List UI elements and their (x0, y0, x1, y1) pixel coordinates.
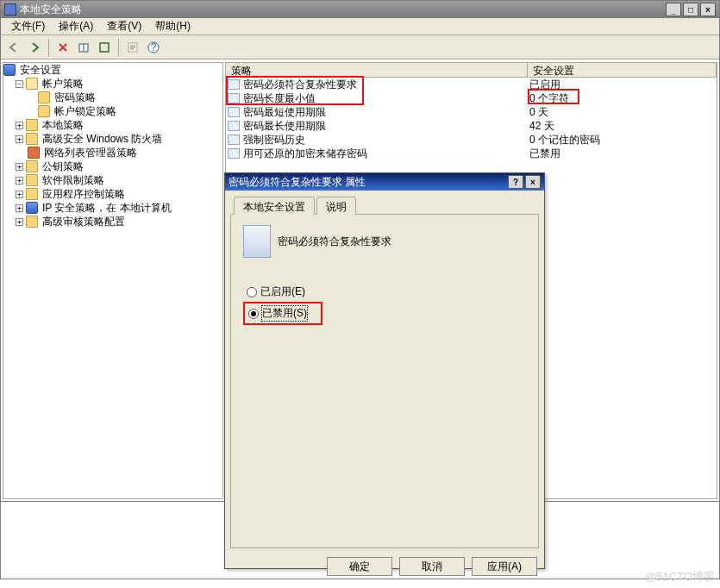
refresh-icon[interactable] (95, 38, 114, 57)
list-header[interactable]: 策略 安全设置 (226, 63, 717, 78)
policy-value: 已启用 (529, 78, 560, 91)
tree-item-local-policies[interactable]: + 本地策略 (3, 118, 222, 132)
folder-icon (26, 133, 38, 145)
tree-item-account-policies[interactable]: - 帐户策略 (3, 77, 222, 91)
dialog-title: 密码必须符合复杂性要求 属性 (229, 175, 366, 190)
menu-view[interactable]: 查看(V) (100, 17, 148, 35)
dialog-header-text: 密码必须符合复杂性要求 (278, 235, 391, 249)
radio-icon (247, 287, 257, 297)
list-row[interactable]: 密码必须符合复杂性要求已启用 (226, 78, 717, 91)
radio-enabled[interactable]: 已启用(E) (243, 282, 526, 302)
svg-text:?: ? (151, 41, 157, 53)
tree-item-ip-security[interactable]: + IP 安全策略，在 本地计算机 (3, 201, 222, 215)
menu-help[interactable]: 帮助(H) (148, 17, 197, 35)
help-icon[interactable]: ? (144, 38, 163, 57)
radio-disabled[interactable]: 已禁用(S) (243, 302, 322, 325)
delete-icon[interactable] (53, 38, 72, 57)
radio-icon (248, 309, 259, 319)
folder-icon (26, 160, 38, 172)
folder-icon (38, 105, 50, 117)
policy-name: 密码最长使用期限 (243, 119, 326, 134)
policy-item-icon (228, 121, 240, 131)
expand-icon[interactable]: + (16, 122, 23, 129)
folder-icon (38, 91, 50, 103)
policy-name: 密码长度最小值 (243, 91, 316, 106)
dialog-titlebar[interactable]: 密码必须符合复杂性要求 属性 ? × (225, 173, 544, 191)
security-settings-icon (3, 64, 16, 76)
list-body: 密码必须符合复杂性要求已启用密码长度最小值0 个字符密码最短使用期限0 天密码最… (226, 78, 717, 160)
menu-action[interactable]: 操作(A) (52, 17, 100, 35)
policy-name: 密码必须符合复杂性要求 (243, 78, 357, 92)
watermark: @51CTO博客 (645, 569, 715, 585)
list-row[interactable]: 密码长度最小值0 个字符 (226, 91, 717, 105)
tab-local-security-setting[interactable]: 本地安全设置 (234, 197, 315, 215)
tree-item-password-policy[interactable]: 密码策略 (3, 91, 222, 104)
expand-icon[interactable]: + (16, 191, 23, 198)
back-icon[interactable] (4, 38, 23, 57)
collapse-icon[interactable]: - (16, 80, 23, 88)
close-button[interactable]: × (700, 3, 716, 16)
tree-item-advanced-audit[interactable]: + 高级审核策略配置 (3, 215, 222, 228)
tab-description[interactable]: 说明 (316, 197, 356, 215)
tree-item-public-key-policies[interactable]: + 公钥策略 (3, 160, 222, 173)
tree-pane[interactable]: 安全设置 - 帐户策略 密码策略 帐户锁定策略 (3, 62, 223, 499)
network-policy-icon (28, 147, 40, 159)
policy-value: 0 个记住的密码 (529, 134, 600, 146)
policy-name: 强制密码历史 (243, 133, 305, 147)
dialog-tabs: 本地安全设置 说明 (230, 196, 539, 214)
policy-name: 用可还原的加密来储存密码 (243, 147, 367, 161)
tree-item-app-control[interactable]: + 应用程序控制策略 (3, 187, 222, 201)
window-title: 本地安全策略 (20, 3, 82, 17)
apply-button[interactable]: 应用(A) (472, 557, 537, 576)
dialog-help-button[interactable]: ? (508, 175, 523, 189)
tree-item-software-restriction[interactable]: + 软件限制策略 (3, 173, 222, 187)
policy-value: 0 个字符 (529, 92, 569, 104)
ok-button[interactable]: 确定 (327, 557, 392, 576)
tree-item-advanced-firewall[interactable]: + 高级安全 Windows 防火墙 (3, 132, 222, 146)
policy-item-icon (228, 148, 240, 159)
expand-icon[interactable]: + (16, 163, 23, 171)
radio-enabled-label: 已启用(E) (260, 285, 305, 299)
menubar: 文件(F) 操作(A) 查看(V) 帮助(H) (1, 18, 719, 35)
column-security-setting[interactable]: 安全设置 (528, 63, 717, 77)
expand-icon[interactable]: + (16, 204, 23, 212)
tree-item-network-list-manager[interactable]: 网络列表管理器策略 (3, 146, 222, 160)
expand-icon[interactable]: + (16, 135, 23, 143)
tree-root[interactable]: 安全设置 (3, 63, 222, 77)
titlebar[interactable]: 本地安全策略 _ □ × (1, 1, 719, 18)
list-row[interactable]: 密码最长使用期限42 天 (226, 119, 717, 133)
policy-doc-icon (243, 225, 271, 258)
minimize-button[interactable]: _ (666, 3, 681, 16)
folder-icon (26, 188, 38, 200)
cancel-button[interactable]: 取消 (399, 557, 465, 576)
tree-root-label: 安全设置 (18, 63, 63, 78)
dialog-button-bar: 确定 取消 应用(A) (225, 554, 544, 583)
list-row[interactable]: 用可还原的加密来储存密码已禁用 (226, 147, 717, 160)
svg-rect-1 (100, 43, 109, 52)
expand-icon[interactable]: + (16, 177, 23, 185)
tree-item-lockout-policy[interactable]: 帐户锁定策略 (3, 104, 222, 118)
policy-item-icon (228, 79, 240, 90)
list-row[interactable]: 密码最短使用期限0 天 (226, 105, 717, 119)
policy-item-icon (228, 107, 240, 117)
menu-file[interactable]: 文件(F) (4, 17, 52, 35)
expand-icon[interactable]: + (16, 218, 23, 226)
policy-value: 0 天 (529, 106, 548, 118)
toolbar: ? (1, 35, 719, 59)
dialog-close-button[interactable]: × (525, 175, 541, 189)
policy-name: 密码最短使用期限 (243, 105, 326, 120)
list-row[interactable]: 强制密码历史0 个记住的密码 (226, 133, 717, 147)
maximize-button[interactable]: □ (683, 3, 698, 16)
policy-value: 已禁用 (529, 147, 560, 160)
toolbar-separator (118, 39, 119, 56)
forward-icon[interactable] (25, 38, 44, 57)
properties-icon[interactable] (123, 38, 142, 57)
properties-dialog: 密码必须符合复杂性要求 属性 ? × 本地安全设置 说明 密码必须符合复杂性要求… (224, 172, 545, 569)
folder-icon (26, 174, 38, 186)
toolbar-separator (48, 39, 49, 56)
column-policy[interactable]: 策略 (226, 63, 528, 77)
policy-item-icon (228, 93, 240, 103)
folder-open-icon (26, 78, 38, 90)
export-icon[interactable] (74, 38, 93, 57)
tab-page: 密码必须符合复杂性要求 已启用(E) 已禁用(S) (230, 214, 539, 548)
